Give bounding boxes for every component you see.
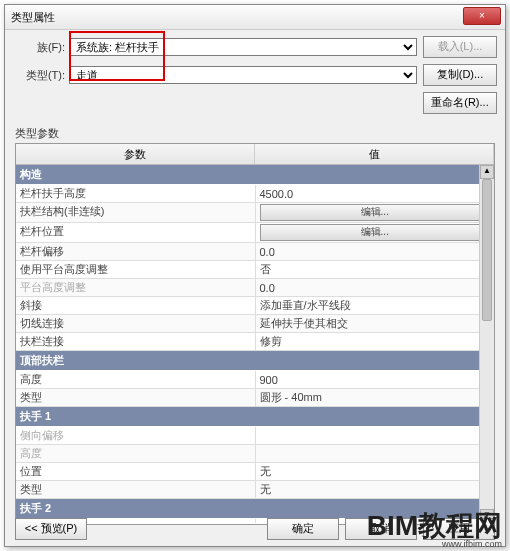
scroll-thumb[interactable] xyxy=(482,179,492,321)
param-value-cell[interactable]: 圆形 - 40mm xyxy=(256,389,495,406)
title-bar: 类型属性 × xyxy=(5,5,505,30)
grid-header: 参数 值 xyxy=(16,144,494,165)
rename-button[interactable]: 重命名(R)... xyxy=(423,92,497,114)
type-properties-dialog: 类型属性 × 族(F): 系统族: 栏杆扶手 载入(L)... 类型(T): 走… xyxy=(4,4,506,547)
apply-button[interactable]: 应用 xyxy=(423,518,495,540)
param-value-cell[interactable]: 0.0 xyxy=(256,243,495,260)
type-params-label: 类型参数 xyxy=(15,126,495,141)
param-value-cell[interactable]: 修剪 xyxy=(256,333,495,350)
param-name-cell: 栏杆偏移 xyxy=(16,243,256,260)
duplicate-button[interactable]: 复制(D)... xyxy=(423,64,497,86)
param-value-cell[interactable]: 延伸扶手使其相交 xyxy=(256,315,495,332)
param-value-cell[interactable]: 900 xyxy=(256,371,495,388)
group-header[interactable]: 扶手 2 xyxy=(16,499,494,519)
param-name-cell: 类型 xyxy=(16,481,256,498)
param-row[interactable]: 斜接添加垂直/水平线段 xyxy=(16,297,494,315)
param-value-cell[interactable]: 无 xyxy=(256,481,495,498)
param-row[interactable]: 栏杆扶手高度4500.0 xyxy=(16,185,494,203)
param-name-cell: 高度 xyxy=(16,445,256,462)
param-name-cell: 使用平台高度调整 xyxy=(16,261,256,278)
param-row[interactable]: 平台高度调整0.0 xyxy=(16,279,494,297)
param-row[interactable]: 栏杆位置编辑... xyxy=(16,223,494,243)
param-name-cell: 栏杆扶手高度 xyxy=(16,185,256,202)
param-value-cell[interactable] xyxy=(256,445,495,462)
param-name-cell: 扶栏连接 xyxy=(16,333,256,350)
param-row[interactable]: 扶栏连接修剪 xyxy=(16,333,494,351)
edit-button[interactable]: 编辑... xyxy=(260,204,491,221)
param-row[interactable]: 高度900 xyxy=(16,371,494,389)
param-row[interactable]: 类型圆形 - 40mm xyxy=(16,389,494,407)
group-header[interactable]: 构造 xyxy=(16,165,494,185)
header-value: 值 xyxy=(255,144,494,164)
param-value-cell[interactable]: 否 xyxy=(256,261,495,278)
param-name-cell: 平台高度调整 xyxy=(16,279,256,296)
top-form: 族(F): 系统族: 栏杆扶手 载入(L)... 类型(T): 走道 复制(D)… xyxy=(5,30,505,122)
param-name-cell: 切线连接 xyxy=(16,315,256,332)
param-name-cell: 栏杆位置 xyxy=(16,223,256,242)
param-value-cell[interactable] xyxy=(256,427,495,444)
param-value-cell[interactable]: 4500.0 xyxy=(256,185,495,202)
ok-button[interactable]: 确定 xyxy=(267,518,339,540)
param-name-cell: 斜接 xyxy=(16,297,256,314)
type-label: 类型(T): xyxy=(13,68,65,83)
param-name-cell: 位置 xyxy=(16,463,256,480)
load-button[interactable]: 载入(L)... xyxy=(423,36,497,58)
param-name-cell: 侧向偏移 xyxy=(16,427,256,444)
scroll-up-arrow[interactable]: ▲ xyxy=(480,165,494,179)
param-value-cell[interactable]: 编辑... xyxy=(256,223,495,242)
param-row[interactable]: 位置无 xyxy=(16,463,494,481)
group-header[interactable]: 顶部扶栏 xyxy=(16,351,494,371)
edit-button[interactable]: 编辑... xyxy=(260,224,491,241)
parameter-grid: 参数 值 构造栏杆扶手高度4500.0扶栏结构(非连续)编辑...栏杆位置编辑.… xyxy=(15,143,495,525)
dialog-footer: << 预览(P) 确定 取消 应用 xyxy=(15,518,495,540)
param-name-cell: 高度 xyxy=(16,371,256,388)
grid-body[interactable]: 构造栏杆扶手高度4500.0扶栏结构(非连续)编辑...栏杆位置编辑...栏杆偏… xyxy=(16,165,494,523)
param-value-cell[interactable]: 添加垂直/水平线段 xyxy=(256,297,495,314)
param-row[interactable]: 切线连接延伸扶手使其相交 xyxy=(16,315,494,333)
param-value-cell[interactable]: 编辑... xyxy=(256,203,495,222)
close-button[interactable]: × xyxy=(463,7,501,25)
param-row[interactable]: 高度 xyxy=(16,445,494,463)
param-row[interactable]: 扶栏结构(非连续)编辑... xyxy=(16,203,494,223)
type-select[interactable]: 走道 xyxy=(69,66,417,84)
dialog-title: 类型属性 xyxy=(11,11,55,23)
param-row[interactable]: 栏杆偏移0.0 xyxy=(16,243,494,261)
param-row[interactable]: 类型无 xyxy=(16,481,494,499)
param-value-cell[interactable]: 0.0 xyxy=(256,279,495,296)
param-row[interactable]: 使用平台高度调整否 xyxy=(16,261,494,279)
param-name-cell: 扶栏结构(非连续) xyxy=(16,203,256,222)
param-row[interactable]: 侧向偏移 xyxy=(16,427,494,445)
header-param: 参数 xyxy=(16,144,255,164)
cancel-button[interactable]: 取消 xyxy=(345,518,417,540)
preview-button[interactable]: << 预览(P) xyxy=(15,518,87,540)
vertical-scrollbar[interactable]: ▲ ▼ xyxy=(479,165,494,523)
group-header[interactable]: 扶手 1 xyxy=(16,407,494,427)
family-select[interactable]: 系统族: 栏杆扶手 xyxy=(69,38,417,56)
param-value-cell[interactable]: 无 xyxy=(256,463,495,480)
family-label: 族(F): xyxy=(13,40,65,55)
param-name-cell: 类型 xyxy=(16,389,256,406)
